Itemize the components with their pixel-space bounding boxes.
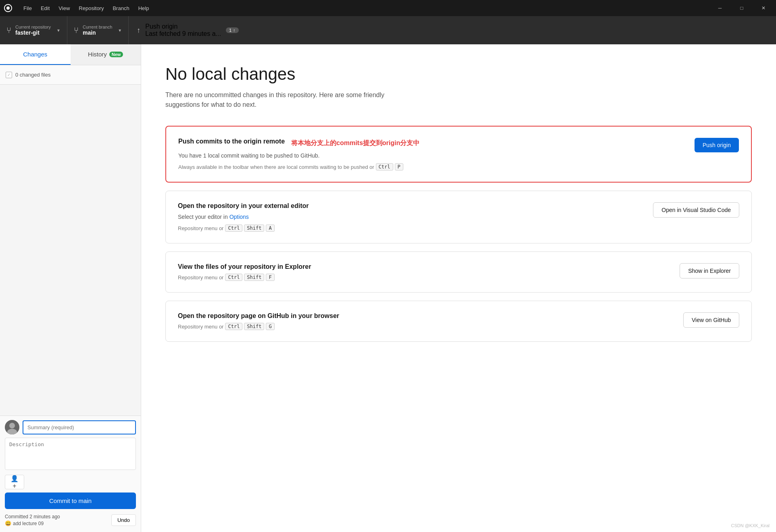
editor-shift-key: Shift (244, 224, 264, 232)
menu-bar: File Edit View Repository Branch Help (19, 4, 153, 13)
show-explorer-body: View the files of your repository in Exp… (178, 263, 670, 281)
repo-label-text: Current repository (15, 25, 51, 29)
changed-files-count: 0 changed files (15, 72, 50, 78)
repo-label: Current repository faster-git (15, 25, 51, 36)
branch-label-text: Current branch (83, 25, 112, 29)
push-icon: ↑ (137, 26, 140, 35)
main-content: No local changes There are no uncommitte… (141, 44, 776, 370)
summary-input[interactable] (23, 420, 136, 434)
window-controls: ─ □ ✕ (711, 2, 773, 14)
page-title: No local changes (165, 64, 752, 84)
current-branch-section[interactable]: ⑂ Current branch main ▼ (67, 16, 129, 44)
push-commits-shortcut: Always available in the toolbar when the… (178, 163, 685, 170)
page-subtitle: There are no uncommitted changes in this… (165, 90, 407, 110)
repo-icon: ⑂ (6, 26, 11, 35)
push-p-key: P (395, 163, 403, 170)
branch-label: Current branch main (83, 25, 112, 36)
view-github-title: Open the repository page on GitHub in yo… (178, 312, 674, 320)
changed-files-bar: ✓ 0 changed files (0, 65, 141, 85)
open-vscode-button[interactable]: Open in Visual Studio Code (653, 202, 739, 218)
editor-a-key: A (266, 224, 274, 232)
show-explorer-shortcut: Repository menu or Ctrl Shift F (178, 274, 670, 281)
branch-dropdown-icon: ▼ (118, 28, 122, 33)
last-commit-message: add lecture 09 (13, 521, 44, 526)
commit-area: 👤+ Commit to main Committed 2 minutes ag… (0, 416, 141, 532)
view-github-button[interactable]: View on GitHub (683, 312, 739, 328)
last-commit-info: Committed 2 minutes ago 😀 add lecture 09 (5, 514, 60, 526)
undo-button[interactable]: Undo (111, 514, 136, 526)
sidebar-tabs: Changes History New (0, 44, 141, 65)
menu-repository[interactable]: Repository (75, 4, 108, 13)
explorer-ctrl-key: Ctrl (225, 274, 242, 281)
push-ctrl-key: Ctrl (376, 163, 393, 170)
open-editor-desc-prefix: Select your editor in (178, 214, 228, 220)
commit-button[interactable]: Commit to main (5, 493, 136, 509)
branch-name: main (83, 29, 112, 36)
show-explorer-action: Show in Explorer (680, 263, 739, 278)
current-repo-section[interactable]: ⑂ Current repository faster-git ▼ (0, 16, 67, 44)
push-commits-body: Push commits to the origin remote 将本地分支上… (178, 138, 685, 170)
tab-changes[interactable]: Changes (0, 44, 71, 65)
open-editor-body: Open the repository in your external edi… (178, 202, 643, 232)
push-origin-button[interactable]: Push origin (695, 138, 739, 152)
content-wrapper: No local changes There are no uncommitte… (141, 44, 776, 532)
co-author-icon: 👤+ (9, 475, 20, 490)
svg-point-0 (6, 6, 10, 10)
show-explorer-shortcut-text: Repository menu or (178, 274, 223, 281)
open-editor-shortcut: Repository menu or Ctrl Shift A (178, 224, 643, 232)
history-new-badge: New (109, 52, 123, 57)
watermark: CSDN @KXK_Kiral (731, 523, 770, 528)
github-shift-key: Shift (244, 323, 264, 330)
push-commits-action: Push origin (695, 138, 739, 152)
menu-file[interactable]: File (19, 4, 36, 13)
open-editor-action: Open in Visual Studio Code (653, 202, 739, 218)
branch-icon: ⑂ (74, 26, 79, 35)
last-commit-row: Committed 2 minutes ago 😀 add lecture 09… (5, 512, 136, 528)
avatar (5, 420, 19, 434)
open-editor-card: Open the repository in your external edi… (165, 191, 752, 243)
push-badge: 1 ↑ (226, 27, 239, 33)
toolbar: ⑂ Current repository faster-git ▼ ⑂ Curr… (0, 16, 776, 44)
menu-edit[interactable]: Edit (37, 4, 54, 13)
sidebar-file-list (0, 85, 141, 416)
menu-help[interactable]: Help (134, 4, 153, 13)
commit-emoji: 😀 (5, 520, 11, 526)
description-input[interactable] (5, 438, 136, 470)
co-author-button[interactable]: 👤+ (5, 475, 24, 489)
select-all-checkbox[interactable]: ✓ (6, 72, 12, 78)
github-g-key: G (266, 323, 274, 330)
push-label-text: Push origin (145, 23, 221, 30)
view-github-action: View on GitHub (683, 312, 739, 328)
show-explorer-title: View the files of your repository in Exp… (178, 263, 670, 270)
editor-ctrl-key: Ctrl (225, 224, 242, 232)
sidebar: Changes History New ✓ 0 changed files (0, 44, 141, 532)
tab-history[interactable]: History New (71, 44, 141, 65)
app-logo (3, 3, 13, 13)
minimize-button[interactable]: ─ (711, 2, 729, 14)
show-explorer-button[interactable]: Show in Explorer (680, 263, 739, 278)
push-commits-title: Push commits to the origin remote (178, 138, 285, 145)
options-link[interactable]: Options (229, 214, 249, 220)
maximize-button[interactable]: □ (732, 2, 751, 14)
push-commits-title-cn: 将本地分支上的commits提交到origin分支中 (291, 139, 419, 148)
titlebar: File Edit View Repository Branch Help ─ … (0, 0, 776, 16)
close-button[interactable]: ✕ (754, 2, 773, 14)
view-github-shortcut: Repository menu or Ctrl Shift G (178, 323, 674, 330)
repo-dropdown-icon: ▼ (56, 28, 60, 33)
view-github-body: Open the repository page on GitHub in yo… (178, 312, 674, 330)
explorer-shift-key: Shift (244, 274, 264, 281)
commit-input-row (5, 420, 136, 434)
main-layout: Changes History New ✓ 0 changed files (0, 44, 776, 532)
last-commit-time: Committed 2 minutes ago (5, 514, 60, 520)
repo-name: faster-git (15, 29, 51, 36)
push-commits-desc: You have 1 local commit waiting to be pu… (178, 152, 685, 160)
push-shortcut-text: Always available in the toolbar when the… (178, 164, 374, 170)
menu-branch[interactable]: Branch (108, 4, 133, 13)
push-origin-section[interactable]: ↑ Push origin Last fetched 9 minutes a..… (129, 16, 246, 44)
push-label: Push origin Last fetched 9 minutes a... (145, 23, 221, 37)
push-sublabel: Last fetched 9 minutes a... (145, 30, 221, 37)
open-editor-desc: Select your editor in Options (178, 213, 643, 221)
menu-view[interactable]: View (54, 4, 74, 13)
push-commits-card: Push commits to the origin remote 将本地分支上… (165, 126, 752, 183)
open-editor-shortcut-text: Repository menu or (178, 225, 223, 231)
